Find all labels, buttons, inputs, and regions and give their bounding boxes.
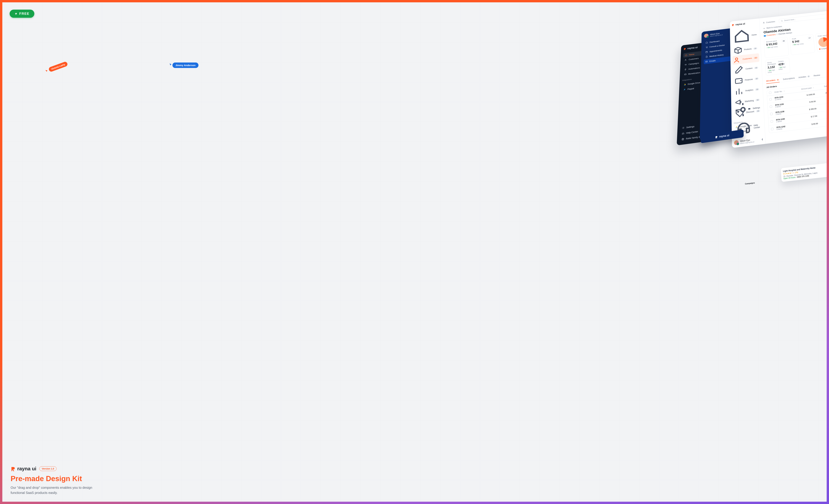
gear-icon [682, 127, 685, 129]
gear-icon [735, 101, 751, 118]
search-icon [781, 20, 783, 22]
card-amount-spent: Amount spent $ 93,342 ↑ 5% high today [764, 37, 789, 58]
svg-point-2 [683, 128, 684, 128]
tab-activities[interactable]: Activities0 [798, 74, 810, 80]
logo-icon [715, 136, 718, 139]
users-icon [763, 22, 765, 24]
white-main-panel: rayna ui HomeProducts10Customers10Conten… [730, 9, 829, 148]
svg-point-12 [781, 20, 783, 22]
checkbox[interactable] [770, 120, 773, 123]
svg-rect-1 [684, 74, 686, 75]
arrow-left-icon [763, 27, 765, 29]
svg-rect-13 [783, 40, 785, 42]
count-chip: 10 [755, 88, 759, 91]
checkbox[interactable] [770, 105, 772, 108]
sort-icon[interactable] [783, 90, 785, 92]
orders-table: Order No. Amount paid Date ordered Searc… [767, 80, 829, 133]
free-label: FREE [19, 12, 29, 15]
bolt-icon [14, 12, 17, 15]
sidebar-item-label: Consult a Doctor [710, 44, 725, 48]
card-profit: Profit $ 342 ↑ 5% high today [790, 34, 815, 55]
users-icon [685, 59, 687, 61]
sidebar-item-label: Finances [745, 78, 753, 81]
tab-all-orders[interactable]: All orders0 [766, 77, 780, 84]
sidebar-item-label: Monetization [688, 71, 700, 75]
svg-rect-8 [735, 78, 742, 83]
sidebar-item-label: Analytics [745, 89, 753, 92]
document-icon [705, 56, 708, 58]
checkbox[interactable] [770, 113, 772, 115]
sidebar-item-label: Settings [753, 106, 760, 110]
checkbox[interactable] [771, 128, 773, 130]
cursor-tag-jimmy: Jimmy Anderson [169, 63, 199, 68]
sidebar-item-label: Appointments [710, 49, 722, 53]
sidebar-item-label: Help Center [686, 130, 698, 134]
card-icon [684, 73, 687, 76]
svg-point-10 [741, 107, 745, 112]
mail-icon [705, 60, 708, 63]
free-badge: FREE [10, 10, 34, 18]
cursor-icon [169, 63, 172, 66]
chat-icon [807, 36, 812, 40]
gift-icon [681, 138, 684, 141]
svg-point-15 [783, 64, 784, 65]
sidebar-item-label: Emails [709, 59, 716, 62]
logout-icon[interactable] [760, 138, 763, 141]
bar-icon [734, 87, 744, 97]
checkbox[interactable] [769, 92, 771, 94]
svg-rect-5 [706, 51, 708, 53]
hero: rayna ui Version 1.0 Pre-made Design Kit… [11, 466, 97, 495]
headset-icon [682, 132, 684, 135]
card-items-orders: Items purchased 3,132 ↑ 5% high today Or… [765, 58, 790, 76]
home-icon [733, 28, 750, 45]
home-icon [685, 54, 687, 57]
box-icon [734, 46, 743, 55]
checkbox[interactable] [769, 98, 772, 101]
pie-chart [818, 37, 829, 47]
logo-icon [11, 466, 15, 471]
back-label: Back to customers [766, 25, 782, 29]
sidebar-item-label: Settings [686, 125, 694, 129]
sidebar-item-label: Dashboard [710, 40, 720, 43]
svg-point-14 [784, 41, 784, 41]
topbar-section: Customers [763, 21, 775, 24]
sidebar-item-label: Home [689, 53, 694, 56]
white-main: Customers Search here... Back to custome… [759, 9, 829, 144]
count-chip: 10 [753, 47, 757, 49]
home-icon [706, 41, 708, 44]
search-placeholder: Search here... [784, 19, 796, 22]
stethoscope-icon [706, 46, 708, 48]
users-icon [734, 56, 741, 64]
cursor-jimmy-label: Jimmy Anderson [173, 63, 199, 68]
svg-point-4 [707, 47, 708, 47]
svg-point-16 [784, 64, 784, 65]
brand-logo: rayna ui [11, 466, 36, 471]
count-chip: 10 [754, 67, 758, 69]
brand-name: rayna ui [17, 466, 36, 471]
count-chip: 10 [754, 57, 758, 59]
tab-review[interactable]: Review [814, 73, 820, 78]
sidebar-item-label: Help Center [754, 123, 761, 129]
cart-icon [781, 61, 786, 66]
wallet-icon [734, 76, 744, 85]
logo-icon [684, 47, 686, 50]
preview-stack: rayna ui Home Customers Campaigns Automa… [681, 0, 829, 168]
sort-icon[interactable] [813, 87, 814, 88]
sidebar-item-label: Campaigns [689, 62, 699, 65]
sidebar-item-home[interactable]: Home [732, 26, 759, 46]
tab-subscriptions[interactable]: Subscriptions [783, 75, 795, 82]
paypal-icon [683, 88, 686, 91]
edit-icon [734, 65, 744, 75]
camera-icon [782, 39, 786, 43]
avatar [734, 140, 738, 145]
svg-point-7 [735, 58, 738, 60]
card-order-report: Order report CompletedCancelled [815, 31, 829, 52]
white-logo-text: rayna ui [735, 23, 745, 26]
dark-logo-text: rayna ui [687, 46, 697, 50]
sidebar-item-label: Automations [688, 67, 700, 70]
hero-title: Pre-made Design Kit [11, 474, 97, 483]
sidebar-item-settings[interactable]: Settings [733, 99, 762, 120]
sidebar-item-label: Google Drive [688, 81, 700, 85]
hero-subtitle: Our "drag and drop" components enables y… [11, 485, 97, 495]
megaphone-icon [684, 64, 687, 66]
